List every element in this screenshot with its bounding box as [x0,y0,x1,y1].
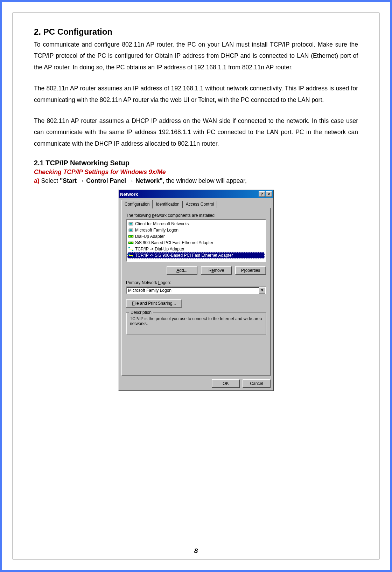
properties-button[interactable]: Properties [235,266,266,275]
description-group: Description TCP/IP is the protocol you u… [126,312,266,335]
svg-rect-13 [128,247,130,248]
list-buttons: Add... Remove Properties [136,266,266,275]
remove-button[interactable]: Remove [201,266,232,275]
step-a-pre: Select [40,177,60,184]
logon-value: Microsoft Family Logon [127,287,259,294]
list-item[interactable]: SiS 900-Based PCI Fast Ethernet Adapter [127,240,265,246]
paragraph-1: To communicate and configure 802.11n AP … [34,39,358,73]
step-a-bold: "Start → Control Panel → Network" [60,177,163,184]
help-button[interactable]: ? [259,191,265,197]
list-item[interactable]: Dial-Up Adapter [127,233,265,240]
paragraph-2: The 802.11n AP router assumes an IP addr… [34,83,358,105]
step-a: a) Select "Start → Control Panel → Netwo… [34,177,358,185]
dialog-titlebar: Network ? × [119,190,273,198]
page-frame: 2. PC Configuration To communicate and c… [0,0,392,572]
components-listbox[interactable]: Client for Microsoft Networks Microsoft … [126,219,266,262]
svg-rect-6 [131,236,131,237]
svg-rect-5 [129,236,130,237]
tab-strip: Configuration Identification Access Cont… [121,200,271,208]
ok-button[interactable]: OK [212,379,240,388]
components-label: The following network components are ins… [126,213,266,218]
file-print-sharing-button[interactable]: File and Print Sharing... [126,299,182,308]
svg-rect-14 [132,250,133,251]
description-legend: Description [129,310,153,315]
close-button[interactable]: × [266,191,272,197]
dialog-body: Configuration Identification Access Cont… [119,198,273,379]
dialog-title: Network [120,192,258,197]
tab-configuration[interactable]: Configuration [121,200,153,208]
list-item[interactable]: Microsoft Family Logon [127,227,265,233]
dialog-footer: OK Cancel [119,379,273,391]
client-icon [128,227,134,233]
cancel-button[interactable]: Cancel [243,379,271,388]
protocol-icon [128,253,134,258]
logon-label: Primary Network Logon: [126,280,266,285]
svg-rect-7 [132,236,133,237]
add-button[interactable]: Add... [167,266,197,275]
list-item-label: TCP/IP -> Dial-Up Adapter [135,247,184,251]
tab-identification[interactable]: Identification [153,201,182,208]
subsection-heading: 2.1 TCP/IP Networking Setup [34,159,358,167]
logon-combo[interactable]: Microsoft Family Logon ▼ [126,287,266,294]
list-item-label: Microsoft Family Logon [135,228,178,233]
configuration-panel: The following network components are ins… [121,208,271,376]
svg-rect-3 [130,229,132,231]
list-item-selected[interactable]: TCP/IP -> SiS 900-Based PCI Fast Etherne… [127,252,265,259]
step-a-post: , the window below will appear, [163,177,247,184]
list-item-label: TCP/IP -> SiS 900-Based PCI Fast Etherne… [135,253,233,258]
client-icon [128,221,134,227]
adapter-icon [128,234,134,239]
page-number: 8 [13,547,379,555]
list-item-label: Dial-Up Adapter [135,234,165,239]
step-a-lead: a) [34,177,40,184]
svg-rect-1 [130,223,132,225]
list-item-label: SiS 900-Based PCI Fast Ethernet Adapter [135,240,213,245]
svg-rect-11 [132,242,133,243]
list-item[interactable]: Client for Microsoft Networks [127,221,265,227]
check-settings-heading: Checking TCP/IP Settings for Windows 9x/… [34,168,358,176]
svg-rect-17 [132,256,133,257]
page-background: 2. PC Configuration To communicate and c… [2,2,390,570]
paragraph-3: The 802.11n AP router assumes a DHCP IP … [34,115,358,149]
chevron-down-icon[interactable]: ▼ [259,287,265,294]
protocol-icon [128,246,134,252]
svg-rect-16 [128,254,130,255]
list-item[interactable]: TCP/IP -> Dial-Up Adapter [127,246,265,252]
inner-border: 2. PC Configuration To communicate and c… [13,13,379,559]
description-text: TCP/IP is the protocol you use to connec… [130,316,262,326]
network-dialog: Network ? × Configuration Identification… [118,189,274,391]
tab-access-control[interactable]: Access Control [183,201,217,208]
adapter-icon [128,240,134,246]
svg-rect-10 [131,242,131,243]
list-item-label: Client for Microsoft Networks [135,221,189,226]
section-heading: 2. PC Configuration [34,27,358,37]
svg-rect-9 [129,242,130,243]
